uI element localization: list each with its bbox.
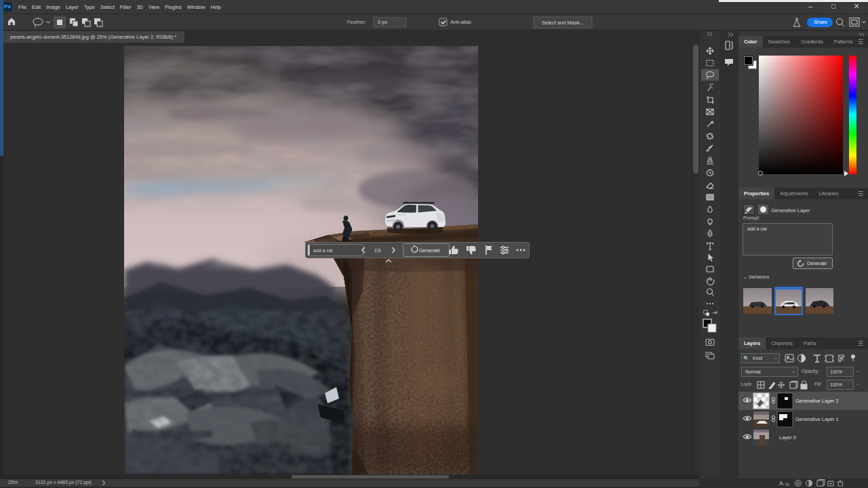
svg-text:add a car: add a car [313,248,334,253]
svg-text:2/3: 2/3 [374,248,381,253]
svg-text:Select and Mask...: Select and Mask... [542,20,584,26]
svg-text:0 px: 0 px [378,19,387,25]
svg-text:Anti-alias: Anti-alias [450,19,471,25]
svg-text:Share: Share [814,19,827,25]
svg-text:Layer 0: Layer 0 [779,434,796,441]
svg-text:Generative Layer 1: Generative Layer 1 [795,416,839,422]
svg-text:Generate: Generate [419,247,440,253]
svg-text:Generative Layer 2: Generative Layer 2 [795,398,839,404]
svg-text:Feather:: Feather: [347,19,366,25]
